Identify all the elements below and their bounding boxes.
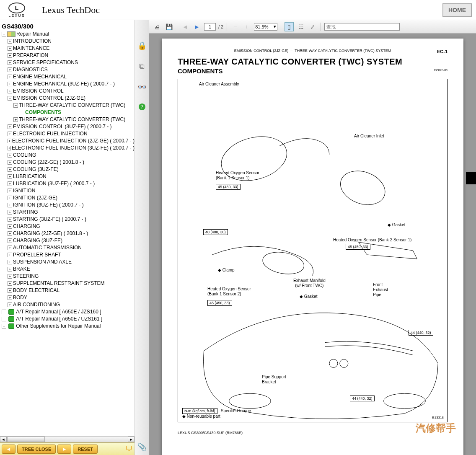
tree-item[interactable]: +ENGINE MECHANICAL (2, 73, 135, 80)
page-prev-icon[interactable]: ◄ (181, 22, 190, 31)
zoom-in-icon[interactable]: + (242, 22, 251, 31)
expand-icon[interactable]: + (8, 196, 12, 200)
tree-item[interactable]: +IGNITION (2JZ-GE) (2, 194, 135, 202)
copy-icon[interactable]: ⧉ (139, 62, 145, 71)
expand-icon[interactable]: + (8, 124, 12, 129)
collapse-icon[interactable]: − (2, 32, 6, 36)
expand-icon[interactable]: + (8, 231, 12, 236)
expand-icon[interactable]: + (8, 53, 12, 58)
expand-icon[interactable]: + (8, 246, 12, 250)
tree-item[interactable]: +CHARGING (2JZ-GE) ( 2001.8 - ) (2, 230, 135, 237)
tree-item[interactable]: +LUBRICATION (3UZ-FE) ( 2000.7 - ) (2, 180, 135, 187)
tree-item[interactable]: +PROPELLER SHAFT (2, 251, 135, 259)
tree-item[interactable]: +ELECTRONIC FUEL INJECTION (2JZ-GE) ( 20… (2, 137, 135, 145)
tree-supplement[interactable]: + Other Supplements for Repair Manual (2, 323, 135, 330)
tree-item[interactable]: +COOLING (2JZ-GE) ( 2001.8 - ) (2, 159, 135, 166)
tree-item[interactable]: +COOLING (3UZ-FE) (2, 166, 135, 173)
reset-button[interactable]: RESET (73, 445, 98, 454)
scroll-thumb[interactable] (7, 437, 45, 442)
scroll-left-icon[interactable]: ◄ (0, 437, 7, 442)
expand-icon[interactable]: + (8, 46, 12, 51)
tree-item[interactable]: +EMISSION CONTROL (3UZ-FE) ( 2000.7 - ) (2, 123, 135, 130)
expand-icon[interactable]: + (8, 253, 12, 257)
collapse-icon[interactable]: − (13, 103, 18, 108)
tree-selected[interactable]: COMPONENTS (2, 109, 135, 116)
expand-icon[interactable]: + (8, 288, 12, 293)
tree-item[interactable]: +INTRODUCTION (2, 38, 135, 45)
expand-icon[interactable]: + (8, 210, 12, 215)
tree-item[interactable]: +CHARGING (2, 223, 135, 230)
expand-icon[interactable]: + (13, 117, 18, 122)
expand-icon[interactable]: + (8, 274, 12, 279)
expand-icon[interactable]: + (8, 89, 12, 93)
tree-item[interactable]: +BODY ELECTRICAL (2, 287, 135, 294)
scroll-right-icon[interactable]: ► (128, 437, 135, 442)
expand-icon[interactable]: + (8, 260, 12, 264)
lock-icon[interactable]: 🔒 (137, 41, 147, 50)
tree-item[interactable]: +LUBRICATION (2, 173, 135, 180)
home-button[interactable]: HOME (442, 3, 472, 17)
tree-item[interactable]: +BODY (2, 294, 135, 301)
expand-icon[interactable]: + (8, 217, 12, 222)
prev-button[interactable]: ◄ (2, 445, 16, 454)
tree-root[interactable]: −Repair Manual (2, 31, 135, 38)
pdf-viewport[interactable]: EMISSION CONTROL (2JZ-GE) – THREE-WAY CA… (149, 34, 476, 455)
expand-icon[interactable]: + (8, 146, 11, 150)
chat-icon[interactable]: 🗨 (125, 445, 133, 453)
expand-icon[interactable]: + (2, 324, 6, 328)
expand-icon[interactable]: + (8, 267, 12, 271)
expand-icon[interactable]: + (2, 310, 6, 314)
expand-icon[interactable]: + (8, 153, 12, 158)
fit-continuous-icon[interactable]: ☷ (296, 22, 305, 31)
zoom-out-icon[interactable]: − (230, 22, 240, 31)
expand-icon[interactable]: + (2, 317, 6, 321)
expand-icon[interactable]: + (8, 167, 12, 172)
print-icon[interactable]: 🖨 (153, 22, 162, 31)
expand-icon[interactable]: + (8, 203, 12, 207)
tree-item[interactable]: +IGNITION (2, 187, 135, 194)
tree-item[interactable]: +MAINTENANCE (2, 45, 135, 52)
tree-item[interactable]: +EMISSION CONTROL (2, 88, 135, 95)
tree-supplement[interactable]: + A/T Repair Manual [ A650E / JZS160 ] (2, 308, 135, 315)
expand-icon[interactable]: + (8, 139, 11, 143)
tree-close-button[interactable]: TREE CLOSE (17, 445, 56, 454)
expand-icon[interactable]: + (8, 189, 12, 193)
tree-item[interactable]: +ELECTRONIC FUEL INJECTION (2, 130, 135, 137)
expand-icon[interactable]: + (8, 281, 12, 286)
next-button[interactable]: ► (57, 445, 71, 454)
expand-icon[interactable]: + (8, 75, 12, 79)
tree-sub[interactable]: −THREE-WAY CATALYTIC CONVERTER (TWC) (2, 102, 135, 109)
tree-sub[interactable]: +THREE-WAY CATALYTIC CONVERTER (TWC) (2, 116, 135, 123)
expand-icon[interactable]: + (8, 224, 12, 229)
tree-item[interactable]: +PREPARATION (2, 52, 135, 59)
tree-supplement[interactable]: + A/T Repair Manual [ A650E / UZS161 ] (2, 315, 135, 323)
tree-item[interactable]: +ENGINE MECHANICAL (3UZ-FE) ( 2000.7 - ) (2, 80, 135, 88)
tree-item[interactable]: +COOLING (2, 152, 135, 159)
tree-item[interactable]: +SUPPLEMENTAL RESTRAINT SYSTEM (2, 280, 135, 287)
expand-icon[interactable]: + (8, 82, 12, 86)
expand-icon[interactable]: + (8, 174, 12, 179)
side-tab[interactable] (466, 172, 476, 184)
help-icon[interactable]: ? (139, 103, 145, 110)
binoculars-icon[interactable]: 👓 (137, 83, 147, 92)
tree-item[interactable]: +STARTING (3UZ-FE) ( 2000.7 - ) (2, 216, 135, 223)
save-icon[interactable]: 💾 (164, 22, 173, 31)
tree-panel[interactable]: GS430/300 −Repair Manual +INTRODUCTION+M… (0, 20, 135, 436)
expand-icon[interactable]: + (8, 67, 12, 72)
expand-icon[interactable]: + (8, 39, 12, 44)
page-next-icon[interactable]: ► (192, 22, 202, 31)
tree-item[interactable]: +IGNITION (3UZ-FE) ( 2000.7 - ) (2, 202, 135, 209)
expand-icon[interactable]: + (8, 302, 12, 307)
search-input[interactable] (324, 23, 400, 31)
expand-icon[interactable]: + (8, 295, 12, 300)
tree-item[interactable]: +CHARGING (3UZ-FE) (2, 237, 135, 244)
expand-icon[interactable]: + (8, 132, 12, 136)
zoom-select[interactable]: 81.5%▾ (254, 23, 277, 31)
fit-page-icon[interactable]: ▯ (285, 22, 294, 31)
fit-width-icon[interactable]: ⤢ (308, 22, 317, 31)
page-input[interactable] (204, 23, 216, 31)
attachment-icon[interactable]: 📎 (137, 442, 147, 452)
tree-item[interactable]: +SUSPENSION AND AXLE (2, 259, 135, 266)
collapse-icon[interactable]: − (8, 96, 12, 101)
expand-icon[interactable]: + (8, 160, 12, 165)
